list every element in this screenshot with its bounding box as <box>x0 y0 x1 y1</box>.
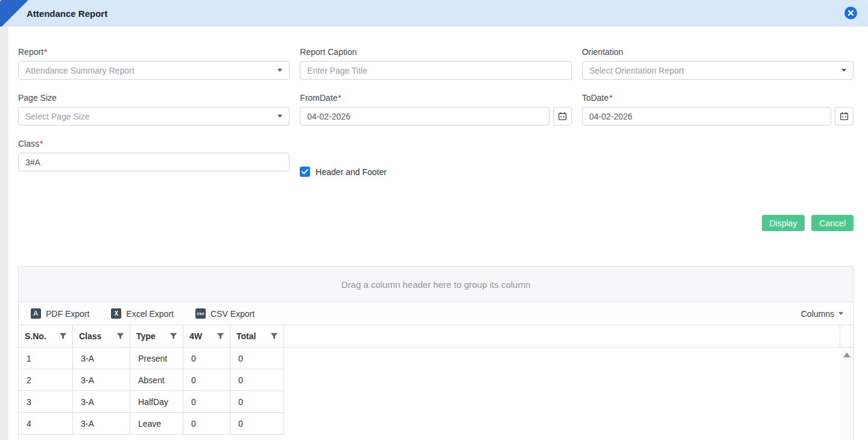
header-footer-field: Header and Footer <box>300 159 571 185</box>
header-footer-label: Header and Footer <box>315 167 387 177</box>
cell-sno: 4 <box>19 413 73 435</box>
cell-type: HalfDay <box>130 391 183 413</box>
attendance-report-dialog: Attendance Report Report* Attendance Sum… <box>0 0 868 440</box>
attendance-data-grid: Drag a column header here to group its c… <box>18 266 854 440</box>
close-button[interactable] <box>844 7 857 19</box>
display-button[interactable]: Display <box>762 215 805 231</box>
excel-export-button[interactable]: X Excel Export <box>111 308 174 319</box>
chevron-down-icon <box>277 115 282 118</box>
grid-body: 1 3-A Present 0 0 2 3-A Absent 0 0 3 <box>19 348 853 440</box>
cell-4w: 0 <box>183 413 230 435</box>
required-asterisk: * <box>44 47 47 57</box>
grid-toolbar: PDF Export X Excel Export csv CSV Export… <box>19 302 853 325</box>
check-icon <box>302 169 308 174</box>
class-field: Class* <box>18 139 290 171</box>
csv-export-button[interactable]: csv CSV Export <box>195 308 255 319</box>
cell-4w: 0 <box>183 391 230 413</box>
columns-label: Columns <box>801 309 834 319</box>
table-row[interactable]: 2 3-A Absent 0 0 <box>19 369 284 391</box>
chevron-down-icon <box>841 69 846 72</box>
cell-sno: 3 <box>19 391 73 413</box>
report-selected-value: Attendance Summary Report <box>25 66 135 75</box>
page-size-select[interactable]: Select Page Size <box>18 107 290 126</box>
excel-export-label: Excel Export <box>126 309 174 319</box>
report-caption-field: Report Caption <box>300 47 571 80</box>
funnel-icon[interactable] <box>217 333 224 340</box>
circle-x-icon <box>847 10 854 16</box>
pdf-export-button[interactable]: PDF Export <box>31 308 89 319</box>
column-header-total[interactable]: Total <box>230 325 284 347</box>
form-actions: Display Cancel <box>18 215 854 231</box>
to-date-calendar-button[interactable] <box>835 107 854 126</box>
required-asterisk: * <box>40 139 43 148</box>
funnel-icon[interactable] <box>59 333 67 340</box>
from-date-field: FromDate* <box>300 93 571 126</box>
csv-export-icon: csv <box>195 308 206 319</box>
chevron-down-icon <box>277 69 282 72</box>
cell-class: 3-A <box>73 348 130 369</box>
from-date-calendar-button[interactable] <box>553 107 572 126</box>
funnel-icon[interactable] <box>116 333 124 340</box>
cell-4w: 0 <box>183 369 230 391</box>
funnel-icon[interactable] <box>169 333 177 340</box>
cell-class: 3-A <box>73 369 130 391</box>
column-header-type[interactable]: Type <box>130 325 183 347</box>
report-form: Report* Attendance Summary Report Report… <box>18 47 854 185</box>
group-by-panel[interactable]: Drag a column header here to group its c… <box>19 267 853 302</box>
from-date-input[interactable] <box>300 107 549 126</box>
orientation-placeholder: Select Orientation Report <box>589 66 684 75</box>
dialog-body: Report* Attendance Summary Report Report… <box>8 27 868 440</box>
to-date-field: ToDate* <box>582 93 854 126</box>
orientation-label: Orientation <box>582 47 854 57</box>
required-asterisk: * <box>609 93 612 103</box>
to-date-input[interactable] <box>582 107 831 126</box>
corner-fold-decoration <box>0 0 28 28</box>
cell-class: 3-A <box>73 413 130 435</box>
header-footer-checkbox[interactable] <box>300 167 310 177</box>
from-date-label: FromDate* <box>300 93 571 103</box>
funnel-icon[interactable] <box>270 333 278 340</box>
group-panel-text: Drag a column header here to group its c… <box>341 279 531 290</box>
report-field: Report* Attendance Summary Report <box>18 47 290 80</box>
dialog-header: Attendance Report <box>0 0 868 27</box>
csv-export-label: CSV Export <box>211 309 255 319</box>
page-size-field: Page Size Select Page Size <box>18 93 290 126</box>
report-caption-input[interactable] <box>300 61 571 80</box>
vertical-scrollbar[interactable] <box>840 348 853 440</box>
report-label: Report* <box>18 47 290 57</box>
page-title: Attendance Report <box>27 8 107 19</box>
grid-header-row: S.No. Class Type 4W Total <box>19 325 853 348</box>
cell-4w: 0 <box>183 348 230 369</box>
excel-export-icon: X <box>111 308 121 319</box>
chevron-down-icon <box>838 312 843 315</box>
orientation-select[interactable]: Select Orientation Report <box>582 61 854 80</box>
cell-total: 0 <box>230 391 284 413</box>
table-row[interactable]: 3 3-A HalfDay 0 0 <box>19 391 284 413</box>
cell-type: Present <box>130 348 183 369</box>
to-date-label: ToDate* <box>582 93 854 103</box>
cell-total: 0 <box>230 348 284 369</box>
cell-total: 0 <box>230 369 284 391</box>
columns-chooser-button[interactable]: Columns <box>801 309 843 319</box>
report-select[interactable]: Attendance Summary Report <box>18 61 290 80</box>
column-header-sno[interactable]: S.No. <box>19 325 73 347</box>
cell-sno: 2 <box>19 369 73 391</box>
column-header-class[interactable]: Class <box>73 325 130 347</box>
class-input[interactable] <box>18 153 290 171</box>
page-size-placeholder: Select Page Size <box>25 112 90 121</box>
cancel-button[interactable]: Cancel <box>811 215 854 231</box>
cell-sno: 1 <box>19 348 73 369</box>
scrollbar-corner <box>840 325 853 347</box>
required-asterisk: * <box>338 93 341 103</box>
cell-type: Absent <box>130 369 183 391</box>
up-arrow-icon <box>843 352 851 357</box>
table-row[interactable]: 1 3-A Present 0 0 <box>19 348 284 369</box>
class-label: Class* <box>18 139 290 148</box>
page-size-label: Page Size <box>18 93 290 103</box>
column-header-filler <box>284 325 840 347</box>
table-row[interactable]: 4 3-A Leave 0 0 <box>19 413 284 435</box>
grid-body-filler <box>284 348 840 440</box>
grid-rows: 1 3-A Present 0 0 2 3-A Absent 0 0 3 <box>19 348 284 440</box>
cell-total: 0 <box>230 413 284 435</box>
column-header-4w[interactable]: 4W <box>183 325 230 347</box>
